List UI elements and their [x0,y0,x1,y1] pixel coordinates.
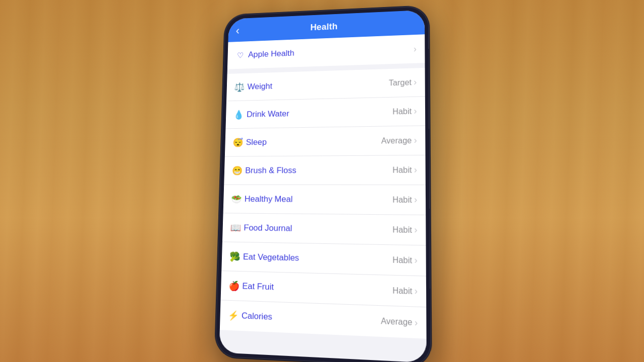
back-icon: ‹ [235,24,239,37]
chevron-icon: › [414,195,417,206]
weight-sublabel: Target [389,78,412,87]
healthy-meal-right: Habit › [392,194,417,205]
sleep-left: 😴 Sleep [232,137,267,148]
chevron-icon: › [414,224,417,235]
eat-fruit-right: Habit › [392,285,418,297]
calories-label: Calories [242,311,272,322]
brush-floss-item[interactable]: 😁 Brush & Floss Habit › [224,155,426,185]
chevron-icon: › [414,164,417,175]
healthy-meal-left: 🥗 Healthy Meal [231,194,293,205]
food-journal-item[interactable]: 📖 Food Journal Habit › [222,213,426,245]
chevron-icon: › [414,44,417,54]
calories-sublabel: Average [381,316,413,327]
settings-list: ♡ Apple Health › ⚖️ Weight [219,34,427,362]
healthy-meal-item[interactable]: 🥗 Healthy Meal Habit › [223,185,426,215]
food-journal-label: Food Journal [244,223,292,233]
eat-vegetables-right: Habit › [392,254,418,266]
water-icon: 💧 [233,109,244,120]
eat-vegetables-label: Eat Vegetables [243,252,299,263]
sleep-icon: 😴 [232,137,243,148]
healthy-meal-icon: 🥗 [231,194,242,205]
brush-floss-left: 😁 Brush & Floss [232,165,296,176]
apple-health-right: › [414,44,417,54]
eat-vegetables-item[interactable]: 🥦 Eat Vegetables Habit › [221,242,426,276]
calories-right: Average › [381,316,418,328]
chevron-icon: › [414,135,417,146]
weight-item[interactable]: ⚖️ Weight Target › [226,68,425,101]
apple-health-label: Apple Health [248,48,294,59]
eat-fruit-icon: 🍎 [228,280,239,292]
food-journal-right: Habit › [392,224,418,235]
weight-icon: ⚖️ [234,81,245,92]
eat-vegetables-icon: 🥦 [229,251,240,262]
eat-vegetables-sublabel: Habit [392,255,412,265]
drink-water-sublabel: Habit [392,107,412,116]
weight-right: Target › [389,77,417,88]
main-section: ⚖️ Weight Target › 💧 Drink Water Habit [220,68,427,339]
drink-water-right: Habit › [392,106,417,117]
eat-fruit-label: Eat Fruit [242,281,274,292]
calories-item[interactable]: ⚡ Calories Average › [220,300,427,338]
brush-floss-icon: 😁 [232,165,243,175]
chevron-icon: › [414,106,417,117]
sleep-label: Sleep [246,137,267,147]
brush-floss-sublabel: Habit [392,165,412,174]
food-journal-icon: 📖 [230,222,242,233]
chevron-icon: › [414,77,417,87]
chevron-icon: › [415,317,418,328]
sleep-item[interactable]: 😴 Sleep Average › [225,126,426,156]
healthy-meal-label: Healthy Meal [245,194,293,204]
phone-screen: ‹ Health ♡ Apple Health › [219,10,427,362]
chevron-icon: › [415,286,418,297]
calories-icon: ⚡ [228,310,239,321]
brush-floss-right: Habit › [392,164,417,175]
weight-label: Weight [247,81,272,92]
eat-vegetables-left: 🥦 Eat Vegetables [229,251,299,263]
drink-water-item[interactable]: 💧 Drink Water Habit › [225,97,425,129]
heart-icon: ♡ [235,50,246,60]
weight-left: ⚖️ Weight [234,81,272,93]
sleep-sublabel: Average [381,136,412,145]
food-journal-left: 📖 Food Journal [230,222,292,234]
eat-fruit-left: 🍎 Eat Fruit [228,280,274,293]
drink-water-label: Drink Water [247,109,289,119]
brush-floss-label: Brush & Floss [245,165,296,175]
eat-fruit-sublabel: Habit [392,286,412,296]
chevron-icon: › [414,255,417,266]
apple-health-left: ♡ Apple Health [235,48,294,61]
nav-title: Health [310,21,338,32]
calories-left: ⚡ Calories [228,310,273,323]
healthy-meal-sublabel: Habit [392,195,412,205]
sleep-right: Average › [381,135,417,146]
food-journal-sublabel: Habit [392,225,412,235]
back-button[interactable]: ‹ [235,24,239,37]
phone-device: ‹ Health ♡ Apple Health › [215,6,431,362]
drink-water-left: 💧 Drink Water [233,108,289,120]
